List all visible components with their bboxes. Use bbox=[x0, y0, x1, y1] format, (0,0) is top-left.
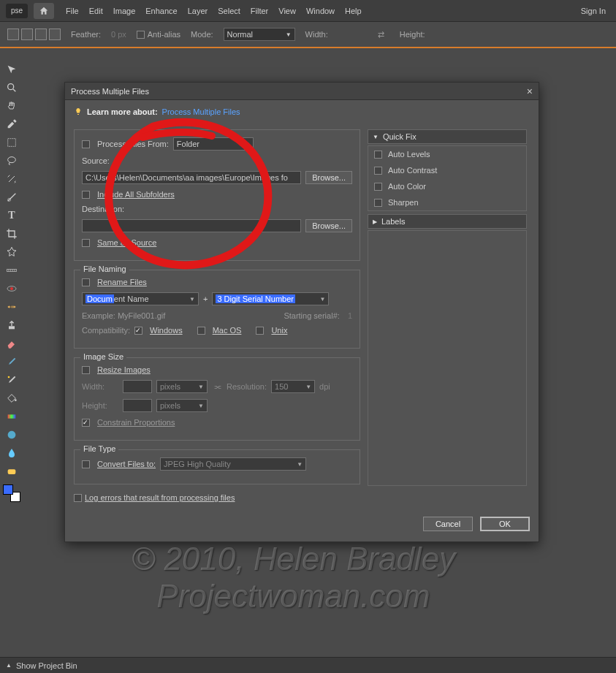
labels-title: Labels bbox=[381, 217, 405, 226]
brush-tool[interactable] bbox=[1, 353, 22, 370]
quick-fix-auto-levels[interactable]: Auto Levels bbox=[368, 146, 526, 162]
compat-unix-checkbox[interactable] bbox=[256, 327, 264, 335]
labels-header[interactable]: ▶Labels bbox=[368, 214, 527, 229]
close-icon[interactable]: × bbox=[527, 85, 533, 97]
ok-button[interactable]: OK bbox=[480, 517, 530, 531]
rename-files-checkbox[interactable] bbox=[82, 278, 90, 286]
resize-width-unit-select[interactable]: pixels▼ bbox=[156, 380, 208, 393]
destination-browse-button[interactable]: Browse... bbox=[305, 219, 352, 232]
quick-selection-tool[interactable] bbox=[1, 189, 22, 206]
cancel-button[interactable]: Cancel bbox=[423, 517, 473, 531]
menu-enhance[interactable]: Enhance bbox=[145, 7, 177, 15]
menu-image[interactable]: Image bbox=[113, 7, 136, 15]
learn-more-link[interactable]: Process Multiple Files bbox=[162, 107, 240, 116]
cookie-cutter-tool[interactable] bbox=[1, 243, 22, 261]
paint-bucket-tool[interactable] bbox=[1, 389, 22, 407]
auto-color-label: Auto Color bbox=[388, 182, 426, 191]
toolbox: T bbox=[0, 57, 23, 505]
process-files-from-label: Process Files From: bbox=[97, 140, 169, 148]
resize-width-input[interactable] bbox=[123, 380, 152, 393]
source-path-input[interactable]: C:\Users\Helen\Documents\aa images\Europ… bbox=[82, 171, 301, 184]
sponge-tool[interactable] bbox=[1, 463, 22, 480]
naming-token-2-select[interactable]: 3 Digit Serial Number ▼ bbox=[212, 292, 329, 305]
eraser-tool[interactable] bbox=[1, 335, 22, 352]
menu-view[interactable]: View bbox=[278, 7, 296, 15]
red-eye-tool[interactable] bbox=[1, 280, 22, 297]
feather-value[interactable]: 0 px bbox=[111, 30, 126, 39]
quick-fix-sharpen[interactable]: Sharpen bbox=[368, 194, 526, 210]
foreground-color[interactable] bbox=[3, 484, 13, 495]
quick-fix-header[interactable]: ▼Quick Fix bbox=[368, 129, 527, 144]
mode-select[interactable]: Normal▼ bbox=[224, 28, 295, 41]
same-as-source-checkbox[interactable] bbox=[82, 239, 90, 247]
source-destination-group: Process Files From: Folder▼ Source: C:\U… bbox=[74, 129, 360, 261]
selection-intersect-icon[interactable] bbox=[49, 28, 61, 40]
zoom-tool[interactable] bbox=[1, 79, 22, 96]
show-project-bin-label[interactable]: Show Project Bin bbox=[16, 661, 77, 670]
menu-select[interactable]: Select bbox=[218, 7, 240, 15]
sign-in-link[interactable]: Sign In bbox=[581, 7, 606, 15]
healing-brush-tool[interactable] bbox=[1, 298, 22, 316]
process-files-from-value: Folder bbox=[177, 140, 199, 148]
menu-edit[interactable]: Edit bbox=[89, 7, 103, 15]
quick-fix-auto-contrast[interactable]: Auto Contrast bbox=[368, 162, 526, 178]
resolution-select[interactable]: 150▼ bbox=[271, 380, 315, 393]
include-subfolders-label: Include All Subfolders bbox=[97, 190, 175, 199]
auto-color-checkbox[interactable] bbox=[374, 183, 382, 191]
home-icon bbox=[39, 6, 49, 16]
naming-token-1-select[interactable]: Document Name ▼ bbox=[82, 292, 199, 305]
starting-serial-value[interactable]: 1 bbox=[348, 311, 352, 320]
resize-height-input[interactable] bbox=[123, 399, 152, 412]
auto-contrast-checkbox[interactable] bbox=[374, 167, 382, 175]
menu-layer[interactable]: Layer bbox=[188, 7, 208, 15]
menu-filter[interactable]: Filter bbox=[251, 7, 268, 15]
sharpen-label: Sharpen bbox=[388, 198, 419, 207]
menu-window[interactable]: Window bbox=[306, 7, 335, 15]
home-button[interactable] bbox=[34, 3, 54, 19]
smart-brush-tool[interactable] bbox=[1, 371, 22, 389]
quick-fix-auto-color[interactable]: Auto Color bbox=[368, 178, 526, 194]
selection-new-icon[interactable] bbox=[7, 28, 19, 40]
lasso-tool[interactable] bbox=[1, 152, 22, 170]
swap-icon[interactable]: ⇄ bbox=[378, 30, 389, 39]
auto-contrast-label: Auto Contrast bbox=[388, 166, 437, 175]
move-tool[interactable] bbox=[1, 61, 22, 78]
color-swatches[interactable] bbox=[3, 484, 20, 502]
shape-tool[interactable] bbox=[1, 426, 22, 444]
process-files-from-select[interactable]: Folder▼ bbox=[173, 137, 254, 151]
auto-levels-checkbox[interactable] bbox=[374, 151, 382, 159]
log-errors-checkbox[interactable] bbox=[74, 494, 82, 502]
process-files-from-checkbox[interactable] bbox=[82, 140, 90, 148]
hand-tool[interactable] bbox=[1, 97, 22, 115]
destination-path-input[interactable] bbox=[82, 219, 301, 232]
eyedropper-tool[interactable] bbox=[1, 115, 22, 133]
selection-add-icon[interactable] bbox=[21, 28, 33, 40]
source-browse-button[interactable]: Browse... bbox=[305, 171, 352, 184]
magic-wand-tool[interactable] bbox=[1, 170, 22, 188]
type-tool[interactable]: T bbox=[1, 207, 22, 224]
dialog-titlebar[interactable]: Process Multiple Files × bbox=[65, 83, 539, 100]
crop-tool[interactable] bbox=[1, 225, 22, 243]
sharpen-checkbox[interactable] bbox=[374, 199, 382, 207]
straighten-tool[interactable] bbox=[1, 262, 22, 279]
resize-images-checkbox[interactable] bbox=[82, 366, 90, 374]
expand-icon[interactable]: ▲ bbox=[6, 662, 12, 669]
selection-subtract-icon[interactable] bbox=[35, 28, 47, 40]
antialias-checkbox[interactable]: Anti-alias bbox=[137, 30, 180, 39]
include-subfolders-checkbox[interactable] bbox=[82, 191, 90, 199]
menu-help[interactable]: Help bbox=[345, 7, 362, 15]
blur-tool[interactable] bbox=[1, 444, 22, 462]
menu-file[interactable]: File bbox=[66, 7, 79, 15]
compat-windows-checkbox[interactable] bbox=[134, 327, 142, 335]
marquee-tool[interactable] bbox=[1, 134, 22, 151]
clone-stamp-tool[interactable] bbox=[1, 316, 22, 334]
constrain-proportions-checkbox[interactable] bbox=[82, 419, 90, 427]
convert-format-select[interactable]: JPEG High Quality▼ bbox=[160, 457, 306, 471]
svg-rect-1 bbox=[8, 139, 16, 147]
compat-mac-checkbox[interactable] bbox=[197, 327, 205, 335]
resize-height-unit: pixels bbox=[160, 401, 180, 410]
gradient-tool[interactable] bbox=[1, 408, 22, 425]
resolution-label: Resolution: bbox=[227, 382, 267, 391]
resize-height-unit-select[interactable]: pixels▼ bbox=[156, 399, 208, 412]
convert-files-checkbox[interactable] bbox=[82, 460, 90, 468]
